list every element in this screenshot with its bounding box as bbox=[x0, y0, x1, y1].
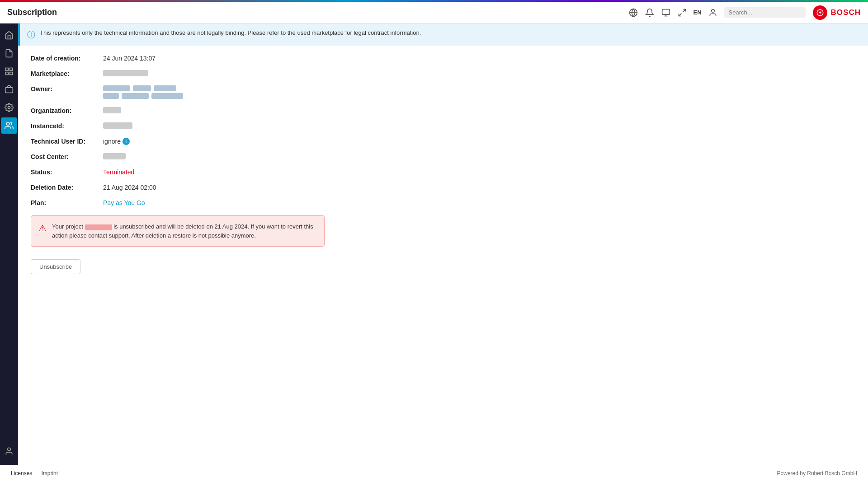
field-status: Status: Terminated bbox=[31, 168, 855, 176]
top-bar-right: EN BOSCH bbox=[628, 5, 861, 20]
marketplace-value bbox=[103, 70, 148, 76]
marketplace-label: Marketplace: bbox=[31, 70, 103, 77]
sidebar-item-users[interactable] bbox=[1, 117, 17, 134]
cost-center-value bbox=[103, 153, 126, 159]
help-icon[interactable] bbox=[661, 8, 671, 18]
field-technical-user-id: Technical User ID: ignore i bbox=[31, 138, 855, 145]
cost-center-label: Cost Center: bbox=[31, 153, 103, 160]
warning-project-redacted bbox=[85, 224, 112, 230]
field-organization: Organization: bbox=[31, 107, 855, 114]
svg-rect-11 bbox=[6, 72, 9, 75]
page-title: Subscription bbox=[7, 8, 57, 17]
svg-point-15 bbox=[6, 122, 9, 126]
search-input[interactable] bbox=[724, 7, 806, 18]
sidebar-bottom bbox=[1, 443, 17, 461]
owner-line-2 bbox=[103, 93, 183, 99]
sidebar bbox=[0, 23, 18, 465]
app-wrapper: Subscription EN bbox=[0, 0, 868, 481]
technical-user-id-info-icon[interactable]: i bbox=[123, 138, 130, 145]
status-label: Status: bbox=[31, 168, 103, 176]
footer-powered-by: Powered by Robert Bosch GmbH bbox=[777, 470, 857, 476]
instanceid-label: InstanceId: bbox=[31, 122, 103, 130]
sidebar-item-notifications[interactable] bbox=[1, 81, 17, 98]
sidebar-item-home[interactable] bbox=[1, 27, 17, 43]
svg-rect-12 bbox=[10, 72, 13, 75]
technical-user-id-value: ignore bbox=[103, 138, 121, 145]
footer-links: Licenses Imprint bbox=[11, 470, 58, 476]
svg-line-5 bbox=[683, 9, 685, 12]
main-content: ⓘ This represents only the technical inf… bbox=[18, 23, 868, 465]
field-cost-center: Cost Center: bbox=[31, 153, 855, 160]
footer-imprint-link[interactable]: Imprint bbox=[41, 470, 58, 476]
footer-licenses-link[interactable]: Licenses bbox=[11, 470, 32, 476]
footer: Licenses Imprint Powered by Robert Bosch… bbox=[0, 465, 868, 481]
owner-label: Owner: bbox=[31, 85, 103, 93]
top-bar: Subscription EN bbox=[0, 2, 868, 23]
info-banner-icon: ⓘ bbox=[27, 29, 35, 40]
info-banner-text: This represents only the technical infor… bbox=[40, 29, 421, 37]
status-value: Terminated bbox=[103, 168, 134, 176]
field-plan: Plan: Pay as You Go bbox=[31, 199, 855, 206]
warning-text: Your project is unsubscribed and will be… bbox=[52, 222, 317, 240]
field-deletion-date: Deletion Date: 21 Aug 2024 02:00 bbox=[31, 184, 855, 191]
owner-redacted-6 bbox=[151, 93, 183, 99]
svg-rect-9 bbox=[6, 68, 9, 71]
deletion-date-value: 21 Aug 2024 02:00 bbox=[103, 184, 156, 191]
top-bar-left: Subscription bbox=[7, 8, 57, 17]
deletion-date-label: Deletion Date: bbox=[31, 184, 103, 191]
user-icon[interactable] bbox=[708, 8, 718, 18]
sidebar-item-documents[interactable] bbox=[1, 45, 17, 61]
owner-redacted-1 bbox=[103, 85, 130, 91]
owner-line-1 bbox=[103, 85, 183, 91]
owner-value-block bbox=[103, 85, 183, 99]
owner-redacted-5 bbox=[122, 93, 149, 99]
instanceid-value bbox=[103, 122, 132, 129]
plan-value[interactable]: Pay as You Go bbox=[103, 199, 145, 206]
sidebar-item-profile[interactable] bbox=[1, 443, 17, 459]
field-instanceid: InstanceId: bbox=[31, 122, 855, 130]
bosch-logo-icon bbox=[813, 5, 827, 20]
svg-point-16 bbox=[8, 448, 11, 451]
bosch-label: BOSCH bbox=[831, 8, 861, 17]
date-of-creation-label: Date of creation: bbox=[31, 55, 103, 62]
plan-label: Plan: bbox=[31, 199, 103, 206]
technical-user-id-label: Technical User ID: bbox=[31, 138, 103, 145]
date-of-creation-value: 24 Jun 2024 13:07 bbox=[103, 55, 156, 62]
owner-redacted-4 bbox=[103, 93, 119, 99]
field-date-of-creation: Date of creation: 24 Jun 2024 13:07 bbox=[31, 55, 855, 62]
svg-rect-10 bbox=[10, 68, 13, 71]
bell-icon[interactable] bbox=[645, 8, 655, 18]
info-banner: ⓘ This represents only the technical inf… bbox=[18, 23, 868, 46]
field-marketplace: Marketplace: bbox=[31, 70, 855, 77]
unsubscribe-button[interactable]: Unsubscribe bbox=[31, 259, 80, 274]
owner-redacted-3 bbox=[154, 85, 176, 91]
field-owner: Owner: bbox=[31, 85, 855, 99]
organization-value bbox=[103, 107, 121, 113]
form-content: Date of creation: 24 Jun 2024 13:07 Mark… bbox=[18, 46, 868, 283]
sidebar-item-apps[interactable] bbox=[1, 63, 17, 79]
svg-rect-2 bbox=[662, 9, 670, 14]
svg-point-7 bbox=[711, 9, 714, 12]
lang-badge[interactable]: EN bbox=[693, 9, 702, 16]
svg-line-6 bbox=[679, 13, 681, 16]
globe-icon[interactable] bbox=[628, 8, 638, 18]
bosch-logo: BOSCH bbox=[813, 5, 861, 20]
owner-redacted-2 bbox=[133, 85, 151, 91]
organization-label: Organization: bbox=[31, 107, 103, 114]
expand-icon[interactable] bbox=[677, 8, 687, 18]
svg-rect-13 bbox=[5, 88, 13, 93]
svg-point-14 bbox=[8, 107, 10, 109]
main-layout: ⓘ This represents only the technical inf… bbox=[0, 23, 868, 465]
warning-banner: ⚠ Your project is unsubscribed and will … bbox=[31, 215, 325, 247]
top-bar-icons: EN bbox=[628, 7, 806, 18]
warning-icon: ⚠ bbox=[38, 223, 47, 233]
sidebar-item-settings[interactable] bbox=[1, 99, 17, 116]
